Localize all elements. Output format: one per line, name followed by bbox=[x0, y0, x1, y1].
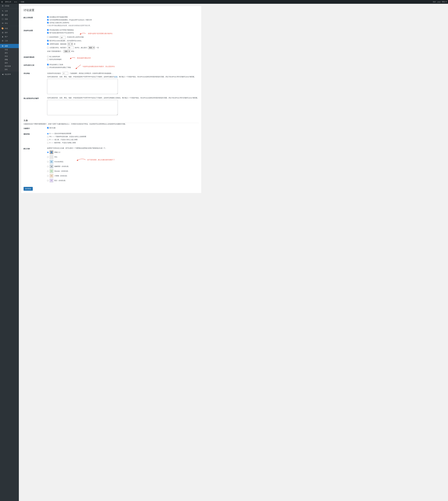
checkbox-notify-moderation[interactable]: 有评论等待审核时 bbox=[47, 58, 62, 61]
section-avatars-header: 头像 头像是您在各个博客常通用的图片，在每个启用了头像功能的站点上，它将显示在您… bbox=[24, 117, 199, 126]
radio-rating-pg-input[interactable] bbox=[47, 136, 49, 138]
settings-form: 默认文章设置 尝试通知文章中链接的博客 允许其他博客发送链接通知（Pingbac… bbox=[24, 15, 199, 191]
radio-rating-g-input[interactable] bbox=[47, 133, 49, 135]
checkbox-require-name-input[interactable] bbox=[47, 29, 49, 31]
radio-avatar-retro[interactable] bbox=[47, 180, 49, 181]
checkbox-notify-moderation-input[interactable] bbox=[47, 59, 49, 60]
radio-rating-x[interactable]: X —— 最高等级，不适合大多数人查看 bbox=[47, 142, 199, 144]
radio-rating-x-input[interactable] bbox=[47, 142, 49, 144]
radio-rating-g[interactable]: G —— 适合任何年龄的访客查看 bbox=[47, 132, 199, 135]
comments-icon: ✉ bbox=[1, 22, 4, 24]
radio-avatar-wavatar[interactable] bbox=[47, 171, 49, 172]
submenu-item-privacy[interactable]: 隐私 bbox=[0, 68, 19, 71]
checkbox-prev-approved-input[interactable] bbox=[47, 67, 49, 68]
checkbox-auto-close-input[interactable] bbox=[47, 36, 49, 38]
sidebar-item-appearance[interactable]: 🎨 外观 bbox=[0, 26, 19, 31]
checkbox-must-approve[interactable]: 评论必须经人工批准 bbox=[47, 63, 71, 66]
checkbox-notify-comment[interactable]: 有人发表评论时 bbox=[47, 56, 62, 58]
checkbox-threaded-input[interactable] bbox=[47, 43, 49, 45]
submenu-item-media[interactable]: 媒体 bbox=[0, 61, 19, 64]
sidebar-item-posts[interactable]: ✎ 文章 bbox=[0, 9, 19, 13]
sidebar-item-tools[interactable]: ⚙ 工具 bbox=[0, 39, 19, 43]
main-content: 讨论设置 默认文章设置 尝试通知文章中链接的博客 bbox=[21, 6, 201, 193]
paginate-default-select[interactable]: 最后 最前 bbox=[88, 46, 95, 49]
section-content-default-avatar: 如果用户没有自定义头像，您可以显示一个通用标志或用他们的电子邮箱地址生成一个。 … bbox=[47, 146, 199, 185]
submenu-item-writing[interactable]: 撰写 bbox=[0, 51, 19, 55]
checkbox-allow-comments-input[interactable] bbox=[47, 22, 49, 23]
sidebar-item-plugins[interactable]: ⊞ 插件 bbox=[0, 31, 19, 35]
threaded-depth-select[interactable]: 5 2 3 4 6 7 8 9 10 bbox=[67, 43, 73, 46]
avatars-description: 头像是您在各个博客常通用的图片，在每个启用了头像功能的站点上，它将显示在您的名字… bbox=[24, 123, 199, 125]
radio-rating-r-input[interactable] bbox=[47, 139, 49, 141]
checkbox-notify-comment-label: 有人发表评论时 bbox=[49, 56, 60, 58]
avatars-heading: 头像 bbox=[24, 119, 199, 123]
submenu-item-discussion[interactable]: 讨论 bbox=[0, 58, 19, 61]
checkbox-pingback-others-input[interactable] bbox=[47, 19, 49, 21]
auto-close-days-input[interactable] bbox=[60, 36, 66, 39]
submenu-item-permalink[interactable]: 固定链接 bbox=[0, 64, 19, 68]
avatar-option-gravatar: G Gravatar标志 bbox=[47, 160, 70, 164]
paginate-per-page-input[interactable] bbox=[67, 46, 74, 49]
comment-order-select[interactable]: 旧的 新的 bbox=[63, 50, 70, 53]
avatar-label-wavatar: Wavatar（自动生成） bbox=[54, 170, 69, 172]
checkbox-pingback-self-input[interactable] bbox=[47, 16, 49, 18]
radio-avatar-identicon[interactable] bbox=[47, 166, 49, 167]
sidebar-item-dashboard[interactable]: ⊞ 仪表盘 bbox=[0, 4, 19, 8]
site-name[interactable]: 鹿鸣九章 bbox=[4, 1, 12, 3]
checkbox-pingback-others[interactable]: 允许其他博客发送链接通知（Pingback和Trackback）到新文章 bbox=[47, 19, 199, 21]
paginate-label-middle: 条评论，默认显示 bbox=[75, 47, 87, 49]
moderation-link[interactable]: 待审 bbox=[114, 76, 117, 78]
avatar-option-monsterid: M 小怪物（自动生成） bbox=[47, 174, 70, 178]
radio-avatar-blank[interactable] bbox=[47, 156, 49, 158]
comment-order-label-before: 在每个页面顶部显示： bbox=[47, 50, 63, 52]
radio-rating-pg[interactable]: PG —— 可能有争议的头像，仅适合13岁以上读者查看 bbox=[47, 136, 199, 138]
checkbox-require-login-input[interactable] bbox=[47, 32, 49, 33]
checkbox-must-approve-input[interactable] bbox=[47, 64, 49, 65]
sidebar-item-settings[interactable]: ⚙ 设置 bbox=[0, 44, 19, 48]
sidebar-item-comments[interactable]: ✉ 评论 bbox=[0, 21, 19, 25]
admin-bar: ⊕ 鹿鸣九章 ✉ 0 + 新建 您好，yoyo 帮助 ▼ bbox=[0, 0, 448, 4]
checkbox-show-avatars-input[interactable] bbox=[47, 127, 49, 129]
email-annotation: 将发送邮件通知关闭 bbox=[70, 57, 91, 60]
section-content-before-comment: 评论必须经人工批准 评论者先前须有评论通过了审核 bbox=[47, 63, 199, 71]
checkbox-paginate-input[interactable] bbox=[47, 47, 49, 48]
avatar-label-identicon: 抽象图形（自动生成） bbox=[54, 165, 70, 168]
sidebar-item-pages[interactable]: ☐ 页面 bbox=[0, 17, 19, 21]
auto-close-label-before: 自动关闭发布 bbox=[49, 36, 59, 38]
disallowed-keywords-textarea[interactable] bbox=[47, 100, 118, 115]
checkbox-show-avatars[interactable]: 显示头像 bbox=[47, 127, 199, 129]
new-content-button[interactable]: + 新建 bbox=[19, 1, 25, 3]
avatar-thumb-wavatar: W bbox=[49, 169, 53, 173]
submenu-item-general[interactable]: 常规 bbox=[0, 48, 19, 51]
wp-logo-icon[interactable]: ⊕ bbox=[1, 0, 3, 3]
checkbox-show-cookies[interactable]: 显示评论cookies复选框，允许设置评论cookies。 bbox=[47, 40, 199, 42]
radio-avatar-monsterid[interactable] bbox=[47, 175, 49, 177]
checkbox-notify-moderation-label: 有评论等待审核时 bbox=[49, 58, 62, 61]
posts-icon: ✎ bbox=[1, 10, 4, 12]
checkbox-notify-comment-input[interactable] bbox=[47, 56, 49, 57]
help-button[interactable]: 帮助 ▼ bbox=[442, 1, 447, 3]
radio-avatar-gravatar[interactable] bbox=[47, 161, 49, 162]
moderation-keywords-textarea[interactable] bbox=[47, 79, 118, 94]
save-button[interactable]: 保存更改 bbox=[24, 187, 33, 191]
checkbox-pingback-self[interactable]: 尝试通知文章中链接的博客 bbox=[47, 16, 199, 18]
checkbox-show-cookies-input[interactable] bbox=[47, 40, 49, 41]
avatar-thumb-identicon: ◆ bbox=[49, 165, 53, 168]
checkbox-require-login[interactable]: 用户必须注册并登录才可以发表评论 bbox=[47, 32, 74, 34]
radio-avatar-mystery[interactable] bbox=[47, 152, 49, 153]
sidebar-item-collapse[interactable]: ◀ 收起菜单 bbox=[0, 72, 19, 76]
sidebar-item-media[interactable]: 🖼 媒体 bbox=[0, 13, 19, 17]
checkbox-auto-close[interactable]: 自动关闭发布 天后的文章上的评论功能 bbox=[47, 36, 199, 39]
checkbox-must-approve-label: 评论必须经人工批准 bbox=[49, 63, 63, 66]
radio-rating-r[interactable]: R —— 成人级，只适合17岁以上成人查看 bbox=[47, 139, 199, 141]
moderation-links-input[interactable] bbox=[62, 72, 68, 75]
submenu-item-reading[interactable]: 阅读 bbox=[0, 55, 19, 58]
sidebar-item-users[interactable]: ♟ 用户 bbox=[0, 35, 19, 39]
avatar-label-gravatar: Gravatar标志 bbox=[54, 161, 63, 163]
checkbox-require-name[interactable]: 评论者必须填入名字和电子邮箱地址 bbox=[47, 29, 199, 31]
checkbox-prev-approved[interactable]: 评论者先前须有评论通过了审核 bbox=[47, 66, 71, 69]
section-label-max-rating: 最高评级 bbox=[24, 131, 47, 146]
updates-count[interactable]: ✉ 0 bbox=[13, 1, 18, 3]
checkbox-allow-comments[interactable]: 允许他人在新文章上发表评论 bbox=[47, 22, 199, 24]
default-avatar-options: 👤 神秘人士 空白 bbox=[47, 150, 70, 183]
